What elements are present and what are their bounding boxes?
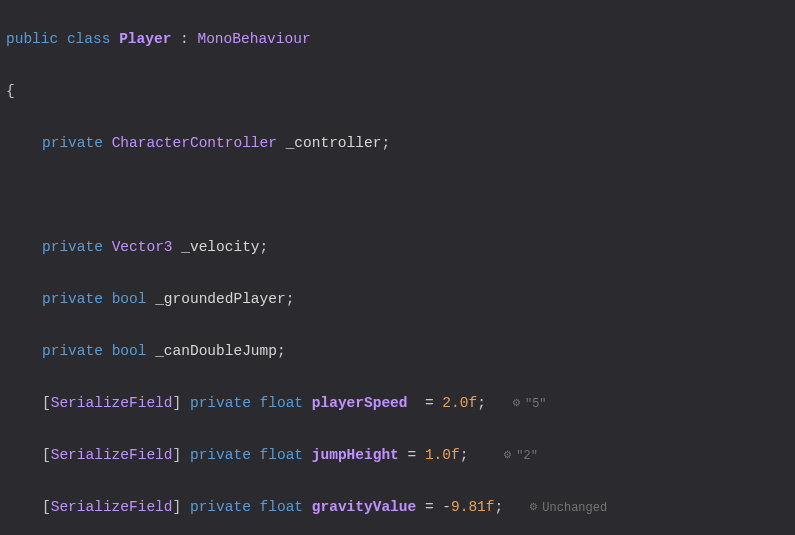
sym-semi: ; xyxy=(286,291,295,307)
keyword-public: public xyxy=(6,31,58,47)
keyword-float: float xyxy=(260,447,304,463)
unity-icon: ⚙ xyxy=(529,494,538,520)
sym-bracket: ] xyxy=(173,395,182,411)
unity-inlay: ⚙Unchanged xyxy=(529,501,607,515)
keyword-bool: bool xyxy=(112,291,147,307)
sym-minus: - xyxy=(442,499,451,515)
sym-semi: ; xyxy=(460,447,469,463)
field: _controller xyxy=(286,135,382,151)
attribute: SerializeField xyxy=(51,395,173,411)
code-line: private bool _canDoubleJump; xyxy=(6,338,795,364)
field: jumpHeight xyxy=(312,447,399,463)
field: playerSpeed xyxy=(312,395,408,411)
sym-colon: : xyxy=(180,31,189,47)
code-line: [SerializeField] private float playerSpe… xyxy=(6,390,795,416)
sym-eq: = xyxy=(408,447,417,463)
inlay-value: Unchanged xyxy=(542,501,607,515)
field: _canDoubleJump xyxy=(155,343,277,359)
blank-line xyxy=(6,182,795,208)
keyword-private: private xyxy=(190,499,251,515)
code-line: [SerializeField] private float gravityVa… xyxy=(6,494,795,520)
sym-bracket: ] xyxy=(173,499,182,515)
code-line: private CharacterController _controller; xyxy=(6,130,795,156)
keyword-class: class xyxy=(67,31,111,47)
class-name: Player xyxy=(119,31,171,47)
code-line: private Vector3 _velocity; xyxy=(6,234,795,260)
keyword-private: private xyxy=(190,395,251,411)
sym-bracket: ] xyxy=(173,447,182,463)
unity-icon: ⚙ xyxy=(512,390,521,416)
sym-semi: ; xyxy=(277,343,286,359)
keyword-private: private xyxy=(42,343,103,359)
sym-semi: ; xyxy=(495,499,504,515)
code-editor[interactable]: public class Player : MonoBehaviour { pr… xyxy=(0,0,795,535)
code-line: [SerializeField] private float jumpHeigh… xyxy=(6,442,795,468)
code-line: { xyxy=(6,78,795,104)
sym-semi: ; xyxy=(381,135,390,151)
keyword-private: private xyxy=(42,135,103,151)
code-line: private bool _groundedPlayer; xyxy=(6,286,795,312)
inlay-value: "5" xyxy=(525,397,547,411)
sym-eq: = xyxy=(425,499,434,515)
field: _velocity xyxy=(181,239,259,255)
keyword-private: private xyxy=(42,291,103,307)
number: 2.0f xyxy=(442,395,477,411)
keyword-private: private xyxy=(190,447,251,463)
keyword-private: private xyxy=(42,239,103,255)
sym-bracket: [ xyxy=(42,499,51,515)
attribute: SerializeField xyxy=(51,447,173,463)
sym-eq: = xyxy=(425,395,434,411)
number: 1.0f xyxy=(425,447,460,463)
type: CharacterController xyxy=(112,135,277,151)
brace-open: { xyxy=(6,83,15,99)
sym-semi: ; xyxy=(260,239,269,255)
number: 9.81f xyxy=(451,499,495,515)
code-line: public class Player : MonoBehaviour xyxy=(6,26,795,52)
inlay-value: "2" xyxy=(516,449,538,463)
unity-inlay: ⚙"2" xyxy=(503,449,538,463)
field: gravityValue xyxy=(312,499,416,515)
keyword-float: float xyxy=(260,499,304,515)
sym-bracket: [ xyxy=(42,447,51,463)
keyword-float: float xyxy=(260,395,304,411)
keyword-bool: bool xyxy=(112,343,147,359)
base-class: MonoBehaviour xyxy=(197,31,310,47)
field: _groundedPlayer xyxy=(155,291,286,307)
sym-semi: ; xyxy=(477,395,486,411)
unity-inlay: ⚙"5" xyxy=(512,397,547,411)
sym-bracket: [ xyxy=(42,395,51,411)
unity-icon: ⚙ xyxy=(503,442,512,468)
type: Vector3 xyxy=(112,239,173,255)
attribute: SerializeField xyxy=(51,499,173,515)
